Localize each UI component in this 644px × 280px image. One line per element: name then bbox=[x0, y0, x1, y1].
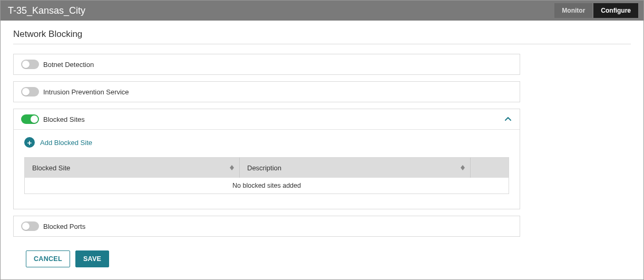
panel-botnet-header[interactable]: Botnet Detection bbox=[14, 54, 520, 74]
panel-blocked-sites: Blocked Sites + Add Blocked Site Bl bbox=[13, 109, 520, 209]
col-blocked-site[interactable]: Blocked Site bbox=[25, 158, 240, 178]
chevron-up-icon[interactable] bbox=[504, 115, 512, 123]
panel-ips-label: Intrusion Prevention Service bbox=[43, 88, 129, 96]
table-empty-row: No blocked sites added bbox=[25, 178, 509, 194]
panel-blocked-ports-header[interactable]: Blocked Ports bbox=[14, 216, 520, 236]
panel-ips-header[interactable]: Intrusion Prevention Service bbox=[14, 82, 520, 102]
panel-botnet: Botnet Detection bbox=[13, 54, 520, 75]
panel-botnet-label: Botnet Detection bbox=[43, 61, 94, 69]
page-title: T-35_Kansas_City bbox=[8, 5, 85, 16]
tab-buttons: Monitor Configure bbox=[554, 3, 638, 18]
col-actions bbox=[471, 158, 509, 178]
window: T-35_Kansas_City Monitor Configure Netwo… bbox=[0, 0, 644, 280]
tab-monitor[interactable]: Monitor bbox=[554, 3, 592, 18]
cancel-button[interactable]: CANCEL bbox=[26, 250, 70, 267]
panel-blocked-ports: Blocked Ports bbox=[13, 216, 520, 237]
add-blocked-site-label: Add Blocked Site bbox=[40, 139, 92, 147]
panel-blocked-sites-header[interactable]: Blocked Sites bbox=[14, 109, 520, 129]
panel-ips: Intrusion Prevention Service bbox=[13, 81, 520, 102]
add-blocked-site-button[interactable]: + Add Blocked Site bbox=[24, 137, 509, 148]
section-title: Network Blocking bbox=[13, 29, 631, 44]
table-header: Blocked Site Description bbox=[25, 158, 509, 178]
save-button[interactable]: SAVE bbox=[75, 250, 109, 267]
titlebar: T-35_Kansas_City Monitor Configure bbox=[1, 1, 643, 21]
toggle-ips[interactable] bbox=[21, 87, 39, 96]
toggle-blocked-ports[interactable] bbox=[21, 221, 39, 231]
col-description[interactable]: Description bbox=[240, 158, 471, 178]
toggle-blocked-sites[interactable] bbox=[21, 114, 39, 124]
content: Network Blocking Botnet Detection Intrus… bbox=[1, 21, 643, 279]
plus-icon: + bbox=[24, 137, 35, 148]
panel-list: Botnet Detection Intrusion Prevention Se… bbox=[13, 54, 520, 237]
footer: CANCEL SAVE bbox=[13, 243, 631, 275]
tab-configure[interactable]: Configure bbox=[593, 3, 638, 18]
toggle-botnet[interactable] bbox=[21, 60, 39, 69]
sort-icon[interactable] bbox=[461, 165, 465, 170]
blocked-sites-table: Blocked Site Description bbox=[24, 157, 509, 194]
panel-blocked-sites-body: + Add Blocked Site Blocked Site bbox=[14, 129, 520, 209]
sort-icon[interactable] bbox=[230, 165, 234, 170]
panel-blocked-sites-label: Blocked Sites bbox=[43, 115, 85, 123]
panel-blocked-ports-label: Blocked Ports bbox=[43, 223, 85, 230]
